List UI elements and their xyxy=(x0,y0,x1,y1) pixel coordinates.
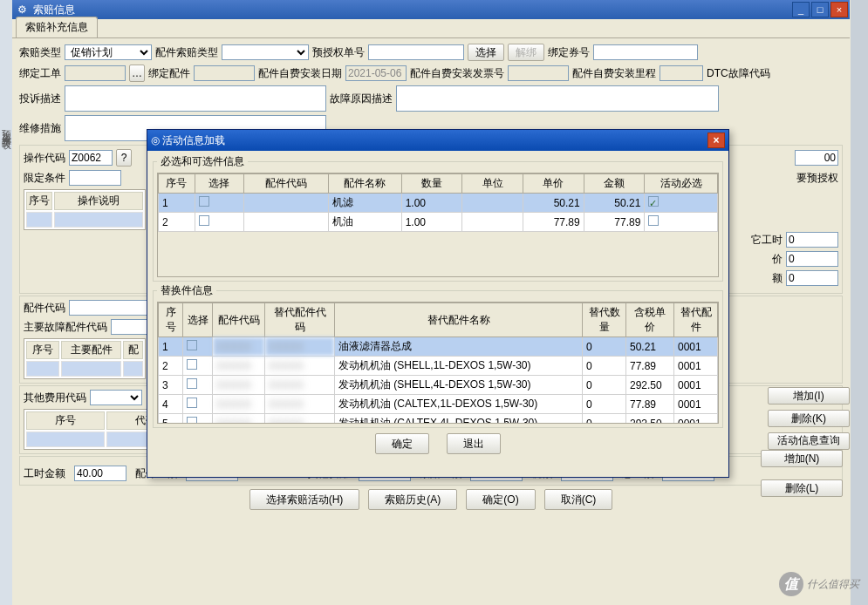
ok-button[interactable]: 确定(O) xyxy=(466,489,535,510)
close-button[interactable]: × xyxy=(830,2,848,17)
label-part-claim-type: 配件索赔类型 xyxy=(155,45,218,60)
minimize-button[interactable]: _ xyxy=(792,2,810,17)
claim-type-select[interactable]: 促销计划 xyxy=(65,44,152,60)
install-date-input[interactable] xyxy=(345,65,407,81)
required-parts-legend: 必选和可选件信息 xyxy=(157,154,248,169)
left-gutter: 预 客 维 费 收 xyxy=(0,0,12,605)
table-row[interactable]: 3 XXXXXXXXXX 发动机机油 (SHELL,4L-DEXOS 1,5W-… xyxy=(159,376,718,395)
required-parts-scroll[interactable]: 序号 选择 配件代码 配件名称 数量 单位 单价 金额 活动必选 1 xyxy=(157,173,719,277)
label-cause: 故障原因描述 xyxy=(330,92,393,106)
delete-button[interactable]: 删除(K) xyxy=(768,410,850,427)
title-bar: ⚙ 索赔信息 _ □ × xyxy=(12,0,850,19)
labor-total[interactable] xyxy=(74,466,126,481)
bind-ticket-input[interactable] xyxy=(593,44,698,60)
watermark-text: 什么值得买 xyxy=(807,577,859,592)
limit-input[interactable] xyxy=(69,170,121,186)
table-row[interactable]: 1 机滤 1.00 50.21 50.21 xyxy=(159,194,718,213)
cancel-button[interactable]: 取消(C) xyxy=(544,489,613,510)
dialog-footer: 确定 退出 xyxy=(153,433,723,454)
right-gutter xyxy=(851,0,868,605)
label-claim-type: 索赔类型 xyxy=(19,45,61,60)
label-limit: 限定条件 xyxy=(24,171,65,186)
install-mileage-input[interactable] xyxy=(660,65,703,81)
select-claim-activity-button[interactable]: 选择索赔活动(H) xyxy=(249,489,360,510)
activity-query-button[interactable]: 活动信息查询(Q) xyxy=(768,432,850,450)
replacement-parts-legend: 替换件信息 xyxy=(157,283,216,298)
checkbox[interactable] xyxy=(187,359,197,370)
table-row[interactable]: 2 机油 1.00 77.89 77.89 xyxy=(159,213,718,232)
opcode-grid[interactable]: 序号操作说明 xyxy=(24,189,146,230)
activity-load-dialog: ◎ 活动信息加载 × 必选和可选件信息 序号 选择 配件代码 配件名称 数量 单… xyxy=(147,129,729,478)
add-button[interactable]: 增加(I) xyxy=(768,387,850,404)
dialog-icon: ◎ xyxy=(151,134,160,146)
tab-claim-extra[interactable]: 索赔补充信息 xyxy=(16,17,98,37)
required-parts-fieldset: 必选和可选件信息 序号 选择 配件代码 配件名称 数量 单位 单价 金额 活动必… xyxy=(153,154,723,282)
label-install-inv: 配件自费安装发票号 xyxy=(410,66,504,81)
label-bind-ticket: 绑定券号 xyxy=(548,45,590,60)
label-install-date: 配件自费安装日期 xyxy=(258,66,342,81)
checkbox[interactable] xyxy=(648,215,659,226)
maximize-button[interactable]: □ xyxy=(811,2,829,17)
replacement-parts-table[interactable]: 序号 选择 配件代码 替代配件代码 替代配件名称 替代数量 含税单价 替代配件 … xyxy=(158,302,718,424)
label-bind-wo: 绑定工单 xyxy=(19,66,61,81)
side-buttons: 增加(I) 删除(K) 活动信息查询(Q) xyxy=(768,387,855,450)
bind-wo-input[interactable] xyxy=(65,65,126,81)
bottom-buttons: 选择索赔活动(H) 索赔历史(A) 确定(O) 取消(C) xyxy=(19,489,843,510)
checkbox[interactable] xyxy=(187,340,197,350)
checkbox[interactable] xyxy=(187,378,197,389)
del2-button[interactable]: 删除(L) xyxy=(761,479,843,497)
dialog-title: 活动信息加载 xyxy=(162,133,225,148)
table-row[interactable]: 5 XXXXXXXXXX 发动机机油 (CALTEX,4L-DEXOS 1,5W… xyxy=(159,414,718,425)
checkbox[interactable] xyxy=(648,196,659,207)
part-claim-type-select[interactable] xyxy=(222,44,309,60)
partcode-input[interactable] xyxy=(69,300,156,316)
replacement-parts-fieldset: 替换件信息 序号 选择 配件代码 替代配件代码 替代配件名称 替代数量 含税单价… xyxy=(153,283,723,428)
label-repair: 维修措施 xyxy=(19,121,61,136)
checkbox[interactable] xyxy=(199,215,209,226)
select-button[interactable]: 选择 xyxy=(468,44,504,61)
complaint-textarea[interactable] xyxy=(65,85,326,112)
other-hours-input[interactable] xyxy=(786,232,838,248)
unknown-00-input[interactable] xyxy=(795,150,838,166)
replacement-parts-scroll[interactable]: 序号 选择 配件代码 替代配件代码 替代配件名称 替代数量 含税单价 替代配件 … xyxy=(157,302,719,424)
dialog-close-button[interactable]: × xyxy=(707,133,725,148)
label-need-preauth: 要预授权 xyxy=(796,171,838,186)
otherfee-select[interactable] xyxy=(90,390,142,405)
watermark-icon: 值 xyxy=(779,572,803,596)
label-dtc: DTC故障代码 xyxy=(707,66,770,81)
amount-input[interactable] xyxy=(786,270,838,286)
app-icon: ⚙ xyxy=(17,3,30,16)
cause-textarea[interactable] xyxy=(396,85,719,112)
dialog-titlebar: ◎ 活动信息加载 × xyxy=(147,130,728,151)
preauth-input[interactable] xyxy=(368,44,464,60)
table-row[interactable]: 2 XXXXXXXXXX 发动机机油 (SHELL,1L-DEXOS 1,5W-… xyxy=(159,357,718,376)
add2-button[interactable]: 增加(N) xyxy=(761,450,843,467)
opcode-help-button[interactable]: ? xyxy=(116,149,132,167)
window-title: 索赔信息 xyxy=(33,3,75,17)
claim-history-button[interactable]: 索赔历史(A) xyxy=(368,489,457,510)
tab-strip: 索赔补充信息 xyxy=(12,19,850,38)
watermark: 值 什么值得买 xyxy=(779,572,859,596)
checkbox[interactable] xyxy=(187,398,197,408)
ellipsis-button[interactable]: … xyxy=(129,65,145,82)
opcode-input[interactable] xyxy=(69,150,113,166)
part-grid[interactable]: 序号主要配件配 xyxy=(24,338,146,379)
checkbox[interactable] xyxy=(199,196,209,207)
price-input[interactable] xyxy=(786,251,838,267)
dialog-exit-button[interactable]: 退出 xyxy=(447,433,501,454)
label-complaint: 投诉描述 xyxy=(19,92,61,106)
checkbox[interactable] xyxy=(187,417,197,424)
bind-part-input[interactable] xyxy=(194,65,255,81)
table-row[interactable]: 4 XXXXXXXXXX 发动机机油 (CALTEX,1L-DEXOS 1,5W… xyxy=(159,395,718,414)
dialog-ok-button[interactable]: 确定 xyxy=(375,433,429,454)
label-install-mileage: 配件自费安装里程 xyxy=(572,66,656,81)
label-bind-part: 绑定配件 xyxy=(148,66,190,81)
table-row[interactable]: 1 XXXXXXXXXX 油液滤清器总成0 50.210001 xyxy=(159,337,718,357)
label-opcode: 操作代码 xyxy=(24,151,65,166)
unbind-button: 解绑 xyxy=(508,44,544,61)
required-parts-table[interactable]: 序号 选择 配件代码 配件名称 数量 单位 单价 金额 活动必选 1 xyxy=(158,173,718,232)
label-preauth: 预授权单号 xyxy=(312,45,365,60)
install-inv-input[interactable] xyxy=(508,65,569,81)
